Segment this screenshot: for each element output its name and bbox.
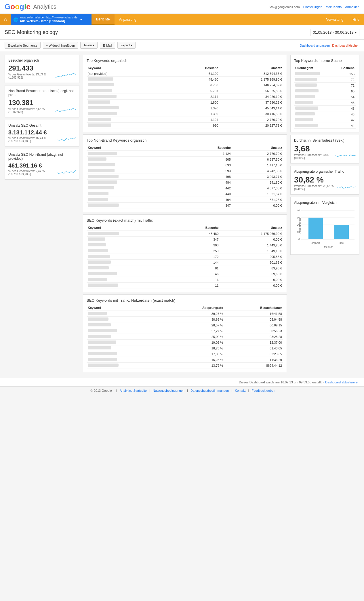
absprungrate-title: Absprungrate organischer Traffic [294, 170, 356, 174]
besuche-cell: 347 [178, 237, 220, 242]
footer-kontakt[interactable]: Kontakt [235, 389, 245, 392]
table-row[interactable]: 48 [294, 106, 356, 111]
table-row[interactable]: 347 0,00 € [87, 203, 283, 208]
suchbegriff-cell [294, 71, 333, 77]
besuchsdauer-cell: 01:43:05 [224, 345, 283, 351]
table-row[interactable]: 156 [294, 71, 356, 77]
table-row[interactable]: 1.309 30.416,50 € [87, 111, 283, 117]
table-row[interactable]: 54 [294, 94, 356, 100]
table-row[interactable]: 172 205,85 € [87, 254, 283, 260]
umsatz-cell: 56.325,85 € [219, 88, 283, 94]
table-row[interactable]: 18,75 % 01:43:05 [87, 345, 283, 351]
keyword-cell [87, 322, 168, 328]
umsatz-cell: 37.680,23 € [219, 100, 283, 105]
table-row[interactable]: 25,00 % 08:28:28 [87, 334, 283, 340]
besucher-organisch-widget: Besucher organisch 291.433 % des Gesamtw… [5, 55, 79, 83]
table-row[interactable]: 81 89,95 € [87, 265, 283, 271]
footer-feedback[interactable]: Feedback geben [252, 389, 275, 392]
table-row[interactable]: 1.800 37.680,23 € [87, 100, 283, 105]
non-brand-besucher-value: 130.381 [8, 99, 55, 107]
table-row[interactable]: 1.370 45.649,14 € [87, 105, 283, 111]
home-button[interactable]: ⌂ [0, 14, 11, 25]
berichte-nav[interactable]: Berichte [92, 14, 115, 25]
table-row[interactable]: 347 0,00 € [87, 237, 283, 242]
keyword-cell [87, 203, 186, 208]
seo-keywords-nutzerdaten-title: SEO Keywords mit Traffic: Nutzerdaten (e… [87, 298, 283, 303]
table-row[interactable]: 442 4.077,35 € [87, 185, 283, 191]
besuche-cell: 172 [178, 254, 220, 260]
table-row[interactable]: 48 [294, 111, 356, 117]
table-row[interactable]: 42 [294, 123, 356, 129]
absprungrate-cell: 39,27 % [168, 311, 224, 317]
table-row[interactable]: 5.787 56.325,85 € [87, 88, 283, 94]
table-row[interactable]: 13,79 % 8624:44:12 [87, 363, 283, 368]
table-row[interactable]: 48.480 1.175.969,90 € [87, 77, 283, 82]
site-selector[interactable]: 🌐 www.eefachafsi.de - http://www.eefacha… [11, 14, 92, 25]
table-row[interactable]: 11 0,00 € [87, 283, 283, 288]
table-row[interactable]: 28,57 % 00:09:15 [87, 322, 283, 328]
hilfe-nav[interactable]: Hilfe [348, 15, 364, 24]
table-row[interactable]: 593 4.242,35 € [87, 168, 283, 174]
table-row[interactable]: 39,27 % 16:41:58 [87, 311, 283, 317]
abmelden-link[interactable]: Abmelden [345, 5, 359, 9]
table-row[interactable]: 259 1.549,10 € [87, 248, 283, 254]
table-row[interactable]: 46 569,60 € [87, 271, 283, 277]
footer-datenschutz[interactable]: Datenschutzbestimmungen [190, 389, 229, 392]
table-row[interactable]: 15,28 % 11:33:29 [87, 357, 283, 363]
table-row[interactable]: 19,02 % 12:37:00 [87, 340, 283, 345]
dashboard-anpassen-link[interactable]: Dashboard anpassen [300, 44, 330, 47]
umsatz-seo-nonbrand-title: Umsatz SEO Non-Brand (abzgl. not provide… [8, 153, 76, 161]
table-row[interactable]: 440 1.621,57 € [87, 191, 283, 197]
email-button[interactable]: E-Mail [100, 42, 115, 49]
table-row[interactable]: 42 [294, 117, 356, 123]
table-row[interactable]: 27,27 % 00:56:23 [87, 328, 283, 334]
keyword-cell [87, 328, 168, 334]
einstellungen-link[interactable]: Einstellungen [303, 5, 322, 9]
besuche-cell: 5.787 [177, 88, 220, 94]
mein-konto-link[interactable]: Mein Konto [326, 5, 342, 9]
keyword-cell [87, 237, 178, 242]
table-row[interactable]: 17,39 % 02:23:35 [87, 351, 283, 357]
umsatz-cell: 1.621,57 € [232, 191, 283, 197]
table-row[interactable]: 30,86 % 05:04:58 [87, 317, 283, 322]
table-row[interactable]: 72 [294, 77, 356, 83]
footer-nutzungsbedingungen[interactable]: Nutzungsbedingungen [153, 389, 184, 392]
footer-analytics-startseite[interactable]: Analytics-Startseite [120, 389, 147, 392]
widget-hinzufuegen-button[interactable]: + Widget hinzufügen [43, 42, 78, 49]
table-row[interactable]: 1.124 2.770,70 € [87, 117, 283, 123]
table-row[interactable]: 1.124 2.770,70 € [87, 151, 283, 157]
top-header: Google Analytics xxx@googlemail.com Eins… [0, 0, 364, 14]
verwaltung-nav[interactable]: Verwaltung [322, 15, 348, 24]
umsatz-cell: 89,95 € [220, 265, 283, 271]
export-button[interactable]: Export ▾ [117, 42, 136, 49]
teilen-button[interactable]: Teilen ▾ [80, 42, 98, 49]
table-row[interactable]: 72 [294, 83, 356, 88]
svg-text:40: 40 [297, 209, 300, 212]
table-row[interactable]: 144 601,65 € [87, 260, 283, 265]
table-row[interactable]: 60 [294, 88, 356, 94]
table-row[interactable]: 48 [294, 100, 356, 106]
table-row[interactable]: 404 871,25 € [87, 197, 283, 203]
table-row[interactable]: 484 341,80 € [87, 180, 283, 185]
col-umsatz: Umsatz [219, 65, 283, 71]
table-row[interactable]: 16 0,00 € [87, 277, 283, 283]
table-row[interactable]: 6.738 146.754,39 € [87, 82, 283, 88]
table-row[interactable]: (not provided) 61.120 812.394,36 € [87, 71, 283, 77]
table-row[interactable]: 950 20.327,73 € [87, 123, 283, 128]
table-row[interactable]: 2.114 34.920,19 € [87, 94, 283, 100]
date-range-picker[interactable]: 01.05.2013 - 30.06.2013 ▾ [310, 29, 359, 36]
erweiterte-segmente-button[interactable]: Erweiterte Segmente [5, 42, 41, 49]
dashboard-loeschen-link[interactable]: Dashboard löschen [332, 44, 359, 47]
dashboard-aktualisieren-link[interactable]: Dashboard aktualisieren [325, 381, 359, 384]
non-brand-besucher-widget: Non-Brand Besucher organisch (abzgl. not… [5, 85, 79, 117]
seitenladezeit-title: Durchschn. Seitenladezeit (Sek.) [294, 138, 356, 142]
besuchsdauer-cell: 12:37:00 [224, 340, 283, 345]
table-row[interactable]: 693 1.417,10 € [87, 162, 283, 168]
table-row[interactable]: 498 3.093,77 € [87, 174, 283, 180]
table-row[interactable]: 303 1.443,20 € [87, 242, 283, 248]
col-besuche: Besuche [186, 145, 232, 151]
seo-keywords-exact-table: Keyword Besuche Umsatz 48.480 1.175.969,… [87, 225, 283, 288]
anpassung-nav[interactable]: Anpassung [115, 15, 141, 24]
table-row[interactable]: 805 6.337,50 € [87, 157, 283, 162]
table-row[interactable]: 48.480 1.175.969,90 € [87, 231, 283, 237]
